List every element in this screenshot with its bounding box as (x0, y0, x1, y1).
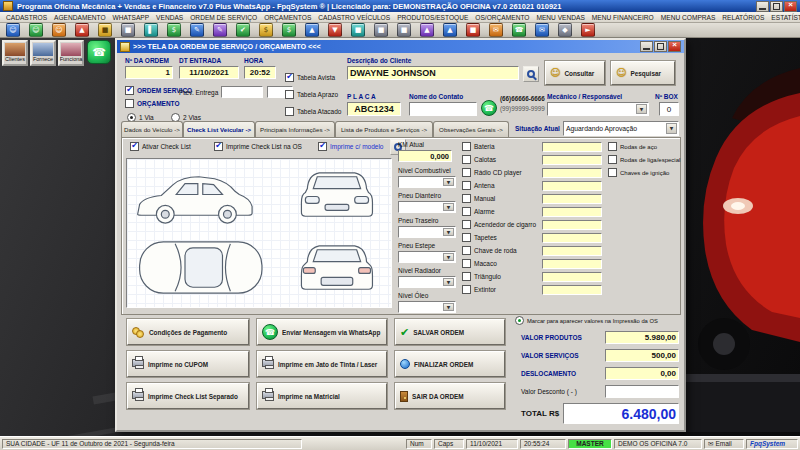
reports-icon[interactable]: ▲ (420, 23, 434, 37)
calculator-icon[interactable]: ■ (374, 23, 388, 37)
item-checkbox[interactable] (608, 155, 617, 164)
oil-level-select[interactable] (398, 301, 456, 313)
item-note-field[interactable] (542, 233, 602, 243)
service-order-icon[interactable]: ✎ (190, 23, 204, 37)
maximize-button[interactable] (770, 1, 783, 12)
item-checkbox[interactable] (462, 233, 471, 242)
ordem-servico-checkbox[interactable]: ✔ (125, 86, 134, 95)
valor-produtos-field[interactable]: 5.980,00 (605, 331, 679, 344)
menu-agendamento[interactable]: AGENDAMENTO (51, 14, 109, 21)
checklist-icon[interactable]: ✔ (236, 23, 250, 37)
payables-icon[interactable]: ▼ (328, 23, 342, 37)
menu-relatorios[interactable]: RELATÓRIOS (719, 14, 767, 21)
ativar-checklist-checkbox[interactable]: ✔ (130, 142, 139, 151)
menu-menu-vendas[interactable]: MENU VENDAS (533, 14, 587, 21)
checklist-item-macaco[interactable]: Macaco (462, 259, 497, 268)
item-note-field[interactable] (542, 168, 602, 178)
close-button[interactable] (784, 1, 797, 12)
marcar-valores-radio-row[interactable]: Marcar para aparecer valores na Impressã… (515, 316, 658, 325)
checklist-item-chave-roda[interactable]: Chave de roda (462, 246, 517, 255)
printer-icon[interactable]: ■ (397, 23, 411, 37)
agenda-icon[interactable]: ✉ (489, 23, 503, 37)
shortcut-fornecedores[interactable]: Fornece (30, 40, 56, 66)
tab-observacoes-gerais[interactable]: Observações Gerais -> (433, 121, 509, 137)
menu-cadastro-veiculos[interactable]: CADASTRO VEÍCULOS (315, 14, 393, 21)
budget-icon[interactable]: ✎ (213, 23, 227, 37)
checklist-item-rodas-aco[interactable]: Rodas de aço (608, 142, 657, 151)
item-note-field[interactable] (542, 272, 602, 282)
checklist-item-acendedor[interactable]: Acendedor de cigarro (462, 220, 536, 229)
menu-cadastros[interactable]: CADASTROS (3, 14, 50, 21)
clients-icon[interactable]: ☺ (6, 23, 20, 37)
menu-vendas[interactable]: VENDAS (153, 14, 186, 21)
item-checkbox[interactable] (608, 142, 617, 151)
item-checkbox[interactable] (462, 272, 471, 281)
km-field[interactable]: 0,000 (398, 150, 452, 162)
tabela-atacado-checkbox[interactable] (285, 107, 294, 116)
checklist-item-alarme[interactable]: Alarme (462, 207, 495, 216)
cash-register-icon[interactable]: $ (259, 23, 273, 37)
client-name-field[interactable]: DWAYNE JOHNSON (347, 66, 519, 80)
client-search-button[interactable] (523, 66, 539, 82)
imprime-jato-laser-button[interactable]: Imprime em Jato de Tinta / Laser (257, 351, 387, 377)
finance-icon[interactable]: $ (282, 23, 296, 37)
imprime-checklist-separado-button[interactable]: Imprime Check List Separado (127, 383, 249, 409)
tabela-atacado-row[interactable]: Tabela Atacado (285, 107, 341, 116)
menu-ordem-servico[interactable]: ORDEM DE SERVIÇO (187, 14, 260, 21)
minimize-button[interactable] (640, 41, 653, 52)
checklist-item-chaves-ignicao[interactable]: Chaves de ignição (608, 168, 669, 177)
order-number-field[interactable]: 1 (125, 66, 173, 79)
condicoes-pagamento-button[interactable]: Condições de Pagamento (127, 319, 249, 345)
checklist-item-antena[interactable]: Antena (462, 181, 495, 190)
status-email[interactable]: ✉Email (704, 439, 744, 449)
item-checkbox[interactable] (608, 168, 617, 177)
status-brand[interactable]: FpqSystem (746, 439, 798, 449)
checklist-item-rodas-liga[interactable]: Rodas de liga/especial (608, 155, 680, 164)
front-tire-select[interactable] (398, 201, 456, 213)
menu-menu-financeiro[interactable]: MENU FINANCEIRO (589, 14, 657, 21)
imprime-modelo-checkbox[interactable]: ✔ (318, 142, 327, 151)
item-note-field[interactable] (542, 194, 602, 204)
minimize-button[interactable] (756, 1, 769, 12)
consultar-button[interactable]: ☺ Consultar (545, 61, 605, 85)
item-checkbox[interactable] (462, 181, 471, 190)
item-checkbox[interactable] (462, 220, 471, 229)
tab-principais-informacoes[interactable]: Principais Informações -> (255, 121, 335, 137)
receivables-icon[interactable]: ▲ (305, 23, 319, 37)
tabela-avista-row[interactable]: ✔ Tabela Avista (285, 73, 335, 82)
suppliers-icon[interactable]: ☺ (29, 23, 43, 37)
situacao-select[interactable]: Aguardando Aprovação (563, 121, 679, 136)
contato-field[interactable] (409, 102, 477, 116)
imprime-matricial-button[interactable]: Imprime na Matricial (257, 383, 387, 409)
valor-servicos-field[interactable]: 500,00 (605, 349, 679, 362)
imprime-checklist-os-row[interactable]: ✔ Imprime Check List na OS (214, 142, 302, 151)
box-field[interactable]: 0 (659, 102, 679, 116)
spare-tire-select[interactable] (398, 251, 456, 263)
item-checkbox[interactable] (462, 168, 471, 177)
item-checkbox[interactable] (462, 285, 471, 294)
checklist-item-calotas[interactable]: Calotas (462, 155, 496, 164)
prev-entrega-date-field[interactable] (221, 86, 263, 98)
tab-dados-veiculo[interactable]: Dados do Veículo -> (121, 121, 183, 137)
vehicle-diagram[interactable] (126, 158, 392, 308)
shortcut-clientes[interactable]: Clientes (2, 40, 28, 66)
settings-icon[interactable]: ◆ (558, 23, 572, 37)
tabela-aprazo-checkbox[interactable] (285, 90, 294, 99)
sair-ordem-button[interactable]: SAIR DA ORDEM (395, 383, 505, 409)
checklist-item-extintor[interactable]: Extintor (462, 285, 496, 294)
placa-field[interactable]: ABC1234 (347, 102, 401, 116)
item-checkbox[interactable] (462, 155, 471, 164)
item-note-field[interactable] (542, 181, 602, 191)
maximize-button[interactable] (654, 41, 667, 52)
bank-icon[interactable]: ■ (351, 23, 365, 37)
imprime-cupom-button[interactable]: Imprime no CUPOM (127, 351, 249, 377)
checklist-item-manual[interactable]: Manual (462, 194, 495, 203)
rear-tire-select[interactable] (398, 226, 456, 238)
checklist-item-radio-cd[interactable]: Rádio CD player (462, 168, 522, 177)
item-note-field[interactable] (542, 259, 602, 269)
tabela-aprazo-row[interactable]: Tabela Aprazo (285, 90, 338, 99)
item-note-field[interactable] (542, 155, 602, 165)
menu-whatsapp[interactable]: WHATSAPP (110, 14, 153, 21)
exit-icon[interactable]: ► (581, 23, 595, 37)
whatsapp-shortcut-icon[interactable]: ☎ (87, 40, 111, 64)
